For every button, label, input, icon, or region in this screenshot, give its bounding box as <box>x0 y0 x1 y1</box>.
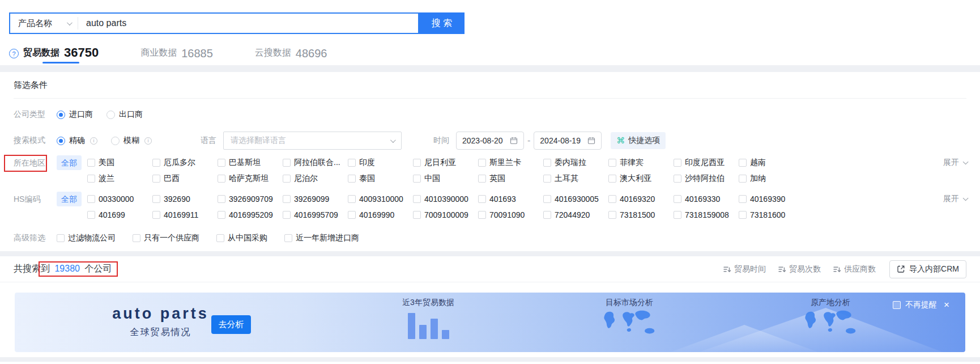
hs-checkbox-item[interactable]: 39269099 <box>283 191 348 207</box>
hs-expand-link[interactable]: 展开 <box>943 194 966 204</box>
hs-checkbox-item[interactable]: 4016995209 <box>218 207 283 223</box>
checkbox-icon <box>152 175 160 183</box>
region-all-tag[interactable]: 全部 <box>57 155 82 170</box>
region-checkbox-item[interactable]: 阿拉伯联合... <box>283 155 348 171</box>
hs-checkbox-item[interactable]: 4016930005 <box>543 191 608 207</box>
checkbox-icon <box>608 175 616 183</box>
close-icon[interactable]: × <box>944 301 949 309</box>
hs-all-tag[interactable]: 全部 <box>57 192 82 206</box>
search-button[interactable]: 搜 索 <box>419 12 465 34</box>
hs-checkbox-item[interactable]: 40169990 <box>348 207 413 223</box>
hs-checkbox-item[interactable]: 40169911 <box>152 207 218 223</box>
info-icon[interactable] <box>144 137 152 145</box>
hs-checkbox-item[interactable]: 73181600 <box>739 207 804 223</box>
search-box: 产品名称 <box>9 12 419 34</box>
hs-checkbox-item[interactable]: 7009100009 <box>413 207 478 223</box>
checkbox-icon <box>543 195 551 203</box>
sort-option[interactable]: 贸易时间 <box>723 264 766 274</box>
hs-checkbox-item[interactable]: 00330000 <box>87 191 152 207</box>
checkbox-icon <box>543 211 551 219</box>
hs-checkbox-item[interactable]: 40169330 <box>674 191 739 207</box>
region-checkbox-item[interactable]: 尼泊尔 <box>283 171 348 187</box>
region-checkbox-item[interactable]: 澳大利亚 <box>608 171 674 187</box>
hs-code-value: 70091090 <box>489 210 525 219</box>
search-category-select[interactable]: 产品名称 <box>10 18 78 29</box>
radio-selected-icon <box>57 137 65 145</box>
hs-checkbox-item[interactable]: 4010390000 <box>413 191 478 207</box>
hs-checkbox-item[interactable]: 4009310000 <box>348 191 413 207</box>
question-circle-icon[interactable] <box>9 49 19 58</box>
advanced-checkbox-item[interactable]: 只有一个供应商 <box>133 230 199 246</box>
region-checkbox-item[interactable]: 巴基斯坦 <box>218 155 283 171</box>
radio-exact[interactable]: 精确 <box>57 136 97 146</box>
advanced-checkbox-item[interactable]: 近一年新增进口商 <box>284 230 359 246</box>
tab-business-data[interactable]: 商业数据 16885 <box>140 47 213 60</box>
hs-checkbox-item[interactable]: 7318159008 <box>674 207 739 223</box>
region-checkbox-item[interactable]: 尼日利亚 <box>413 155 478 171</box>
checkbox-icon <box>87 159 95 167</box>
results-header: 共搜索到 19380 个公司 贸易时间 贸易次数 <box>0 256 980 282</box>
region-checkbox-item[interactable]: 波兰 <box>87 171 152 187</box>
region-name: 尼泊尔 <box>294 173 318 184</box>
radio-exporter[interactable]: 出口商 <box>106 109 143 120</box>
analyze-button[interactable]: 去分析 <box>211 315 251 334</box>
sort-icon <box>723 265 731 273</box>
region-checkbox-item[interactable]: 土耳其 <box>543 171 608 187</box>
region-checkbox-item[interactable]: 巴西 <box>152 171 218 187</box>
checkbox-icon <box>348 175 356 183</box>
hs-checkbox-item[interactable]: 401693 <box>478 191 543 207</box>
info-icon[interactable] <box>90 137 97 145</box>
region-checkbox-item[interactable]: 泰国 <box>348 171 413 187</box>
hs-checkbox-item[interactable]: 70091090 <box>478 207 543 223</box>
hs-checkbox-item[interactable]: 392690 <box>152 191 218 207</box>
region-checkbox-item[interactable]: 加纳 <box>739 171 804 187</box>
search-input[interactable] <box>78 18 418 28</box>
region-checkbox-item[interactable]: 沙特阿拉伯 <box>674 171 739 187</box>
region-checkbox-item[interactable]: 美国 <box>87 155 152 171</box>
region-checkbox-item[interactable]: 委内瑞拉 <box>543 155 608 171</box>
hs-code-value: 4016995209 <box>229 210 273 219</box>
sort-option[interactable]: 供应商数 <box>833 264 876 274</box>
hs-checkbox-item[interactable]: 72044920 <box>543 207 608 223</box>
region-checkbox-item[interactable]: 厄瓜多尔 <box>152 155 218 171</box>
checkbox-icon <box>413 175 421 183</box>
checkbox-icon <box>739 211 747 219</box>
region-checkbox-item[interactable]: 菲律宾 <box>608 155 674 171</box>
dismiss-checkbox[interactable] <box>893 301 901 309</box>
hs-checkbox-item[interactable]: 4016995709 <box>283 207 348 223</box>
region-checkbox-item[interactable]: 英国 <box>478 171 543 187</box>
active-tab-underline <box>42 62 79 64</box>
tab-cloud-search-data[interactable]: 云搜数据 48696 <box>255 47 327 60</box>
region-checkbox-item[interactable]: 中国 <box>413 171 478 187</box>
results-prefix: 共搜索到 <box>14 264 50 273</box>
checkbox-icon <box>87 211 95 219</box>
radio-fuzzy[interactable]: 模糊 <box>111 136 152 146</box>
region-checkbox-item[interactable]: 哈萨克斯坦 <box>218 171 283 187</box>
radio-importer[interactable]: 进口商 <box>57 109 93 120</box>
hs-checkbox-item[interactable]: 40169320 <box>608 191 674 207</box>
region-row: 所在地区 全部 美国 厄瓜多尔 巴基斯坦 <box>14 155 966 187</box>
region-checkbox-item[interactable]: 越南 <box>739 155 804 171</box>
tab-label: 贸易数据 <box>23 47 59 60</box>
sort-option[interactable]: 贸易次数 <box>778 264 821 274</box>
import-crm-button[interactable]: 导入内部CRM <box>889 260 966 278</box>
hs-checkbox-item[interactable]: 3926909709 <box>218 191 283 207</box>
region-expand-link[interactable]: 展开 <box>943 158 966 168</box>
quick-options-button[interactable]: ⌘ 快捷选项 <box>611 132 666 149</box>
region-checkbox-item[interactable]: 印度 <box>348 155 413 171</box>
advanced-option-name: 只有一个供应商 <box>144 233 199 243</box>
date-end-input[interactable]: 2024-08-19 <box>534 132 602 150</box>
checkbox-icon <box>348 159 356 167</box>
checkbox-icon <box>674 211 681 219</box>
hs-code-row: HS编码 全部 00330000 392690 <box>14 191 966 223</box>
region-checkbox-item[interactable]: 印度尼西亚 <box>674 155 739 171</box>
advanced-checkbox-item[interactable]: 过滤物流公司 <box>57 230 116 246</box>
language-select[interactable]: 请选择翻译语言 <box>223 132 402 150</box>
hs-checkbox-item[interactable]: 73181500 <box>608 207 674 223</box>
tab-trade-data[interactable]: 贸易数据 36750 <box>9 45 99 60</box>
advanced-checkbox-item[interactable]: 从中国采购 <box>216 230 267 246</box>
date-start-input[interactable]: 2023-08-20 <box>456 132 524 150</box>
region-checkbox-item[interactable]: 斯里兰卡 <box>478 155 543 171</box>
hs-checkbox-item[interactable]: 401699 <box>87 207 152 223</box>
hs-checkbox-item[interactable]: 40169390 <box>739 191 804 207</box>
